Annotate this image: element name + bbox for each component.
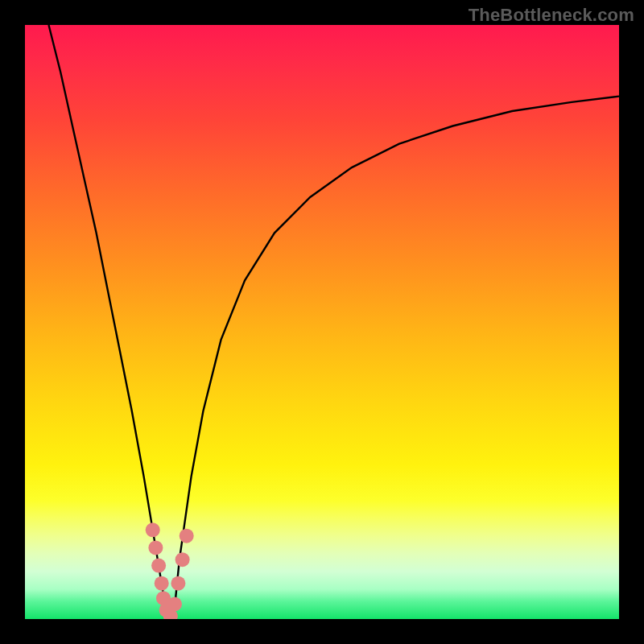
chart-frame: TheBottleneck.com <box>0 0 644 644</box>
marker-dot <box>171 576 185 591</box>
curve-right-branch <box>174 97 620 619</box>
marker-dot <box>167 597 182 612</box>
marker-dot <box>175 552 190 567</box>
marker-group <box>146 522 194 619</box>
marker-dot <box>155 576 169 591</box>
plot-area <box>25 25 619 619</box>
marker-dot <box>148 540 163 555</box>
marker-dot <box>151 559 166 573</box>
marker-dot <box>146 522 160 537</box>
watermark-text: TheBottleneck.com <box>469 5 634 26</box>
curve-layer <box>25 25 619 619</box>
marker-dot <box>180 529 194 543</box>
